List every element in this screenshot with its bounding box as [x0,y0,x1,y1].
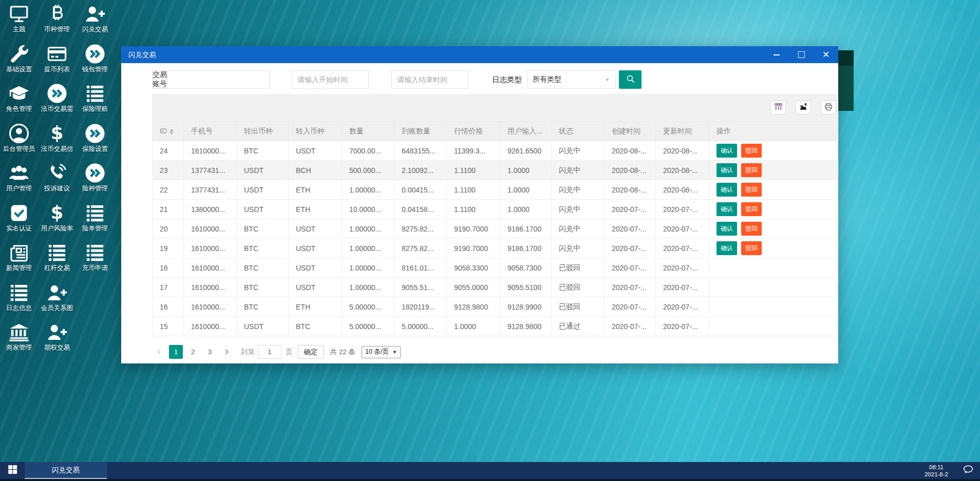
desktop-icon-19[interactable]: 杠杆交易 [38,241,76,279]
page-button-1[interactable]: 1 [169,345,183,359]
cell-user_input: 9058.7300 [500,258,552,278]
desktop-icon-13[interactable]: 投诉建议 [38,161,76,199]
desktop-icon-14[interactable]: 险种管理 [76,161,114,199]
desktop-icon-16[interactable]: $用户风险率 [38,201,76,239]
cell-status: 闪兑中 [552,239,605,258]
table-row: 151610000...USDTBTC5.00000...5.00000...1… [153,317,838,336]
window-title: 闪兑交易 [121,50,156,60]
close-icon[interactable]: ✕ [814,46,838,63]
desktop-icon-label: 会员关系图 [38,304,76,312]
table-toolbar [152,94,837,121]
column-header-7: 用户输入... [500,122,552,141]
reject-button[interactable]: 驳回 [741,241,762,255]
export-button[interactable] [796,101,811,114]
desktop-icon-1[interactable]: 币种管理 [38,2,76,40]
cell-from_coin: BTC [237,219,289,239]
desktop-icon-6[interactable]: 角色管理 [0,82,38,120]
list-icon [76,242,114,263]
cell-received: 1820119... [394,297,447,317]
reject-button[interactable]: 驳回 [741,202,762,216]
goto-confirm-button[interactable]: 确定 [298,345,324,359]
desktop-icon-11[interactable]: 保险设置 [76,122,114,160]
window-titlebar[interactable]: 闪兑交易 ✕ [121,46,838,63]
chat-button[interactable] [956,464,980,478]
reject-button[interactable]: 驳回 [741,163,762,177]
cell-price: 11399.3... [447,141,500,161]
desktop-icon-18[interactable]: 新闻管理 [0,241,38,279]
cell-user_input: 1.0000 [500,180,552,200]
desktop-icon-5[interactable]: 钱包管理 [76,42,114,80]
goto-page-input[interactable] [258,345,281,359]
desktop-icon-24[interactable]: 期权交易 [38,320,76,358]
account-label: 交易账号 [153,71,168,88]
print-button[interactable] [821,101,836,114]
page-word: 页 [286,348,293,357]
confirm-button[interactable]: 确认 [717,163,737,177]
column-header-10: 更新时间 [656,122,709,141]
account-input[interactable] [168,71,269,88]
account-combo: 交易账号 [152,70,270,89]
next-page-icon[interactable] [220,345,234,359]
taskbar-clock[interactable]: 08:11 2021-8-2 [925,464,956,478]
reject-button[interactable]: 驳回 [741,183,762,197]
column-header-0[interactable]: ID [153,122,184,141]
cell-user_input: 9186.1700 [500,239,552,258]
cell-created: 2020-07-... [605,239,656,258]
per-page-select[interactable]: 10 条/页 ▼ [362,346,401,358]
desktop-icon-9[interactable]: 后台管理员 [0,122,38,160]
confirm-button[interactable]: 确认 [717,202,737,216]
graduation-cap-icon [0,83,38,104]
end-time-input[interactable] [391,70,468,89]
desktop-icon-label: 保险理赔 [76,105,114,112]
desktop-icon-17[interactable]: 险单管理 [76,201,114,239]
desktop-icon-15[interactable]: 实名认证 [0,201,38,239]
taskbar-task-flash-exchange[interactable]: 闪兑交易 [25,462,107,479]
maximize-icon[interactable] [789,46,814,63]
task-label: 闪兑交易 [52,466,80,475]
desktop-icon-23[interactable]: 商家管理 [0,320,38,358]
cell-user_input: 9186.1700 [500,219,552,239]
search-button[interactable] [619,70,642,89]
desktop-icon-label: 币种管理 [38,26,76,33]
taskbar: 闪兑交易 08:11 2021-8-2 [0,462,980,481]
chevron-down-icon: ▼ [605,76,610,83]
desktop-icon-21[interactable]: 日志信息 [0,281,38,319]
confirm-button[interactable]: 确认 [717,144,737,158]
cell-created: 2020-07-... [605,219,656,239]
cell-user_input: 9261.6500 [500,141,552,161]
start-time-input[interactable] [292,70,369,89]
confirm-button[interactable]: 确认 [717,241,737,255]
table-row: 221377431...USDTETH1.00000...0.00415...1… [153,180,838,200]
desktop-icon-0[interactable]: 主题 [0,2,38,40]
desktop-icon-8[interactable]: 保险理赔 [76,82,114,120]
desktop-icon-20[interactable]: 充币申请 [76,241,114,279]
desktop-icon-10[interactable]: $法币交易信 [38,122,76,160]
prev-page-icon[interactable] [152,345,166,359]
cell-amount: 1.00000... [342,278,394,297]
page-button-3[interactable]: 3 [203,345,217,359]
desktop-icon-22[interactable]: 会员关系图 [38,281,76,319]
cell-created: 2020-07-... [605,317,656,336]
desktop-icon-4[interactable]: 提币列表 [38,42,76,80]
columns-button[interactable] [770,101,786,114]
desktop-icon-label: 钱包管理 [76,66,114,73]
desktop-icon-12[interactable]: 用户管理 [0,161,38,199]
cell-from_coin: BTC [237,239,289,258]
reject-button[interactable]: 驳回 [741,144,762,158]
start-button[interactable] [0,462,25,479]
cell-id: 18 [153,258,184,278]
confirm-button[interactable]: 确认 [717,183,737,197]
page-button-2[interactable]: 2 [186,345,200,359]
desktop-icon-3[interactable]: 基础设置 [0,42,38,80]
cell-received: 2.10092... [394,161,447,180]
minimize-icon[interactable] [764,46,789,63]
dollar-icon: $ [38,123,76,144]
cell-phone: 1610000... [184,258,237,278]
cell-phone: 1380000... [184,200,237,219]
desktop-icon-7[interactable]: 法币交易需 [38,82,76,120]
cell-id: 15 [153,317,184,336]
desktop-icon-2[interactable]: 闪兑交易 [76,2,114,40]
reject-button[interactable]: 驳回 [741,222,762,236]
log-type-select[interactable]: 所有类型 ▼ [527,70,616,89]
confirm-button[interactable]: 确认 [717,222,737,236]
